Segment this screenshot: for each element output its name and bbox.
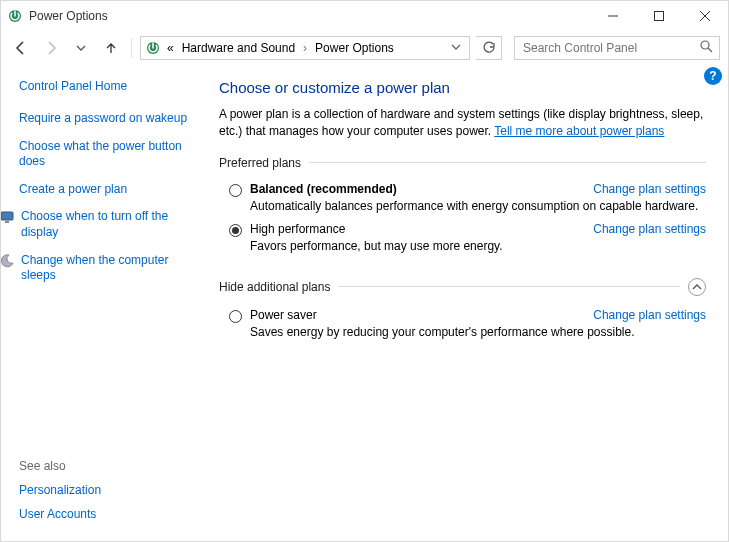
search-input[interactable] xyxy=(521,40,713,56)
plan-description: Automatically balances performance with … xyxy=(250,198,706,214)
breadcrumb-prefix[interactable]: « xyxy=(165,41,176,55)
section-label-text: Hide additional plans xyxy=(219,280,330,294)
sidebar-link-require-password[interactable]: Require a password on wakeup xyxy=(19,111,201,127)
power-options-icon xyxy=(145,40,161,56)
maximize-button[interactable] xyxy=(636,1,682,31)
plan-high-performance: High performance Change plan settings Fa… xyxy=(219,214,706,254)
help-icon[interactable]: ? xyxy=(704,67,722,85)
control-panel-home-link[interactable]: Control Panel Home xyxy=(19,79,201,93)
plan-power-saver: Power saver Change plan settings Saves e… xyxy=(219,300,706,340)
sidebar-link-power-button[interactable]: Choose what the power button does xyxy=(19,139,201,170)
plan-description: Saves energy by reducing your computer's… xyxy=(250,324,706,340)
sidebar-link-label: Require a password on wakeup xyxy=(19,111,201,127)
back-button[interactable] xyxy=(9,36,33,60)
tell-me-more-link[interactable]: Tell me more about power plans xyxy=(494,124,664,138)
minimize-button[interactable] xyxy=(590,1,636,31)
change-plan-settings-link[interactable]: Change plan settings xyxy=(593,222,706,236)
breadcrumb-hardware-sound[interactable]: Hardware and Sound xyxy=(180,41,297,55)
svg-rect-5 xyxy=(5,221,9,223)
title-bar: Power Options xyxy=(1,1,728,31)
breadcrumb-power-options[interactable]: Power Options xyxy=(313,41,396,55)
window-controls xyxy=(590,1,728,31)
sidebar-link-computer-sleeps[interactable]: Change when the computer sleeps xyxy=(19,253,201,284)
recent-locations-button[interactable] xyxy=(69,36,93,60)
radio-high-performance[interactable] xyxy=(229,224,242,237)
change-plan-settings-link[interactable]: Change plan settings xyxy=(593,308,706,322)
close-button[interactable] xyxy=(682,1,728,31)
change-plan-settings-link[interactable]: Change plan settings xyxy=(593,182,706,196)
window-title: Power Options xyxy=(29,9,108,23)
svg-rect-1 xyxy=(655,12,664,21)
sidebar-link-label: Choose when to turn off the display xyxy=(21,209,201,240)
display-icon xyxy=(0,209,15,225)
plan-name: High performance xyxy=(250,222,345,236)
main-content: ? Choose or customize a power plan A pow… xyxy=(211,65,728,541)
collapse-icon[interactable] xyxy=(688,278,706,296)
search-icon[interactable] xyxy=(700,40,713,56)
sidebar-link-label: Change when the computer sleeps xyxy=(21,253,201,284)
sidebar-link-label: Create a power plan xyxy=(19,182,201,198)
preferred-plans-label: Preferred plans xyxy=(219,156,706,170)
plan-name: Power saver xyxy=(250,308,317,322)
chevron-right-icon[interactable]: › xyxy=(301,41,309,55)
radio-power-saver[interactable] xyxy=(229,310,242,323)
moon-icon xyxy=(0,253,15,269)
sidebar-link-create-plan[interactable]: Create a power plan xyxy=(19,182,201,198)
svg-point-3 xyxy=(701,41,709,49)
forward-button[interactable] xyxy=(39,36,63,60)
section-label-text: Preferred plans xyxy=(219,156,301,170)
hide-additional-plans-label[interactable]: Hide additional plans xyxy=(219,278,706,296)
power-options-icon xyxy=(7,8,23,24)
refresh-button[interactable] xyxy=(476,36,502,60)
address-dropdown-icon[interactable] xyxy=(447,41,465,55)
sidebar: Control Panel Home Require a password on… xyxy=(1,65,211,541)
sidebar-link-turn-off-display[interactable]: Choose when to turn off the display xyxy=(19,209,201,240)
see-also-user-accounts[interactable]: User Accounts xyxy=(19,507,201,521)
radio-balanced[interactable] xyxy=(229,184,242,197)
plan-description: Favors performance, but may use more ene… xyxy=(250,238,706,254)
see-also-label: See also xyxy=(19,459,201,473)
up-button[interactable] xyxy=(99,36,123,60)
svg-rect-4 xyxy=(1,212,13,220)
page-title: Choose or customize a power plan xyxy=(219,79,706,96)
plan-name: Balanced (recommended) xyxy=(250,182,397,196)
plan-balanced: Balanced (recommended) Change plan setti… xyxy=(219,174,706,214)
page-description: A power plan is a collection of hardware… xyxy=(219,106,706,140)
search-box[interactable] xyxy=(514,36,720,60)
address-bar[interactable]: « Hardware and Sound › Power Options xyxy=(140,36,470,60)
see-also-personalization[interactable]: Personalization xyxy=(19,483,201,497)
sidebar-link-label: Choose what the power button does xyxy=(19,139,201,170)
navigation-toolbar: « Hardware and Sound › Power Options xyxy=(1,31,728,65)
